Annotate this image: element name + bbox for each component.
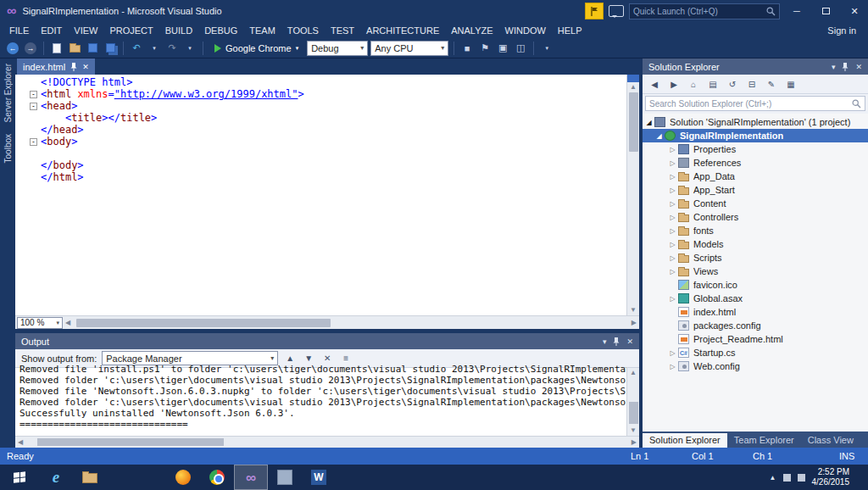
redo-button[interactable]: ↷ [164,41,180,56]
file-explorer-icon[interactable] [73,465,107,490]
tree-row-content[interactable]: ▷Content [643,197,868,210]
code-line[interactable]: <title></title> [15,112,626,124]
navigate-forward-button[interactable]: → [23,41,38,56]
window-position-icon[interactable]: ▾ [603,337,607,346]
close-button[interactable]: ✕ [843,2,866,20]
expander-icon[interactable]: ▷ [668,227,677,235]
preview-selected-button[interactable]: ▦ [784,77,798,91]
menu-team[interactable]: TEAM [243,24,281,37]
scroll-left-icon[interactable]: ◀ [15,437,25,448]
redo-dropdown[interactable]: ▾ [182,41,198,56]
tree-row-project[interactable]: ◢SignalRImplementation [643,129,868,142]
tree-row-startup-cs[interactable]: ▷Startup.cs [643,346,868,359]
menu-edit[interactable]: EDIT [35,24,68,37]
network-icon[interactable] [783,474,791,482]
bottom-tab-class-view[interactable]: Class View [801,433,860,448]
code-line[interactable]: </html> [15,171,626,183]
output-horizontal-scrollbar[interactable]: ◀ ▶ [15,436,639,448]
scroll-left-icon[interactable]: ◀ [63,318,73,328]
tree-row-solution[interactable]: ◢Solution 'SignalRImplementation' (1 pro… [643,115,868,129]
code-line[interactable]: -<html xmlns="http://www.w3.org/1999/xht… [15,88,626,100]
menu-help[interactable]: HELP [552,24,588,37]
save-all-button[interactable] [103,41,118,56]
editor-vertical-scrollbar[interactable]: ▲ ▼ [626,75,639,315]
tree-row-properties[interactable]: ▷Properties [643,142,868,156]
scroll-down-icon[interactable]: ▼ [630,305,637,315]
open-file-button[interactable] [67,41,82,56]
expander-icon[interactable]: ▷ [668,200,677,208]
navigate-back-button[interactable]: ← [5,41,20,56]
internet-explorer-icon[interactable]: e [39,465,73,490]
start-debugging-button[interactable]: Google Chrome ▾ [209,40,304,57]
output-vertical-scrollbar[interactable]: ▲ ▼ [626,368,639,436]
undo-dropdown[interactable]: ▾ [147,41,162,56]
code-area[interactable]: <!DOCTYPE html>-<html xmlns="http://www.… [15,75,626,315]
fold-toggle-icon[interactable]: - [30,103,37,110]
scroll-thumb[interactable] [629,402,638,424]
toggle-bookmark-button[interactable]: ⚑ [477,41,492,56]
close-panel-icon[interactable]: ✕ [855,63,862,71]
tree-row-scripts[interactable]: ▷Scripts [643,251,868,264]
undo-button[interactable]: ↶ [129,41,144,56]
pin-icon[interactable] [613,337,620,346]
code-line[interactable]: </body> [15,159,626,171]
expander-icon[interactable]: ◢ [654,132,664,140]
volume-icon[interactable] [798,474,805,482]
menu-project[interactable]: PROJECT [103,24,159,37]
tree-row-references[interactable]: ▷References [643,156,868,170]
save-button[interactable] [85,41,100,56]
scroll-up-icon[interactable]: ▲ [630,368,637,378]
previous-bookmark-button[interactable]: ◫ [513,41,528,56]
taskbar-clock[interactable]: 2:52 PM 4/26/2015 [812,467,850,487]
tree-row-packages-config[interactable]: packages.config [643,319,868,332]
code-editor[interactable]: <!DOCTYPE html>-<html xmlns="http://www.… [15,75,639,315]
home-button[interactable]: ⌂ [687,77,700,91]
pin-icon[interactable] [842,63,849,71]
expander-icon[interactable]: ▷ [668,363,677,370]
scroll-right-icon[interactable]: ▶ [629,437,639,448]
tree-row-models[interactable]: ▷Models [643,237,868,251]
sign-in-link[interactable]: Sign in [827,25,868,36]
solution-configuration-dropdown[interactable]: Debug ▾ [307,41,368,56]
visual-studio-taskbar-icon[interactable]: ∞ [234,465,268,490]
tray-expand-icon[interactable]: ▲ [770,474,776,482]
tree-row-app-data[interactable]: ▷App_Data [643,170,868,183]
find-in-files-button[interactable]: ■ [459,41,475,56]
back-button[interactable]: ◀ [648,77,661,91]
expander-icon[interactable]: ▷ [668,214,677,221]
zoom-dropdown[interactable]: 100 % ▾ [17,317,63,329]
solution-explorer-header[interactable]: Solution Explorer ▾ ✕ [643,58,868,75]
left-tab-server-explorer[interactable]: Server Explorer [3,64,13,122]
tree-row-web-config[interactable]: ▷Web.config [643,359,868,373]
scroll-up-icon[interactable]: ▲ [630,82,637,92]
tree-row-fonts[interactable]: ▷fonts [643,224,868,237]
menu-window[interactable]: WINDOW [499,24,552,37]
close-tab-icon[interactable]: ✕ [82,63,89,71]
menu-debug[interactable]: DEBUG [198,24,243,37]
tree-row-controllers[interactable]: ▷Controllers [643,210,868,224]
quick-launch-input[interactable] [633,7,766,16]
scroll-down-icon[interactable]: ▼ [630,426,637,436]
bottom-tab-team-explorer[interactable]: Team Explorer [727,433,801,448]
forward-button[interactable]: ▶ [667,77,681,91]
new-file-button[interactable] [49,41,64,56]
tree-row-views[interactable]: ▷Views [643,264,868,278]
expander-icon[interactable]: ▷ [668,187,677,194]
code-line[interactable]: </head> [15,124,626,136]
menu-analyze[interactable]: ANALYZE [445,24,498,37]
solution-platform-dropdown[interactable]: Any CPU ▾ [370,41,448,56]
solution-search-input[interactable] [649,99,852,109]
properties-button[interactable]: ✎ [765,77,778,91]
menu-architecture[interactable]: ARCHITECTURE [360,24,445,37]
notifications-flag-button[interactable] [585,3,604,19]
maximize-button[interactable] [814,2,837,20]
tree-row-favicon-ico[interactable]: favicon.ico [643,278,868,292]
menu-tools[interactable]: TOOLS [281,24,325,37]
expander-icon[interactable]: ▷ [668,241,677,248]
left-tab-toolbox[interactable]: Toolbox [3,134,13,163]
code-line[interactable]: <!DOCTYPE html> [15,76,626,88]
fold-toggle-icon[interactable]: - [30,91,37,98]
collapse-all-button[interactable]: ⊟ [745,77,759,91]
close-panel-icon[interactable]: ✕ [626,337,633,346]
bottom-tab-solution-explorer[interactable]: Solution Explorer [643,433,727,448]
